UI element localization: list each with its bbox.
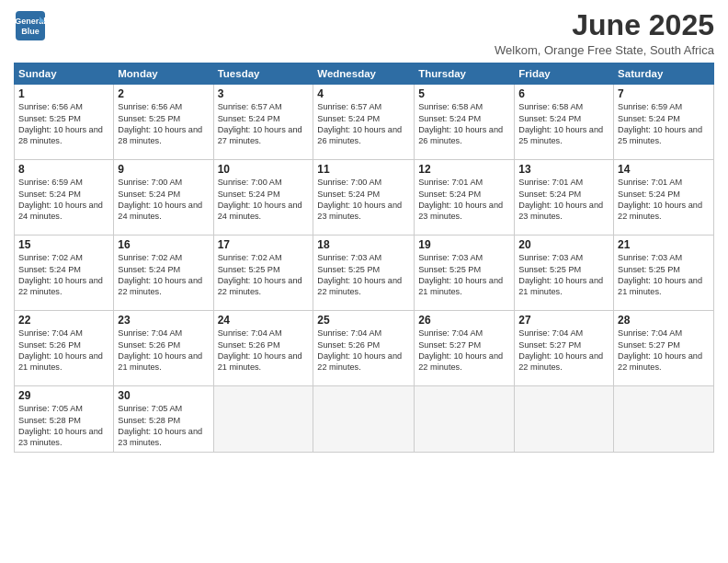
day-number: 29 (18, 389, 109, 402)
day-number: 11 (317, 163, 410, 176)
day-info: Sunrise: 7:04 AM Sunset: 5:27 PM Dayligh… (418, 327, 510, 373)
day-info: Sunrise: 6:59 AM Sunset: 5:24 PM Dayligh… (618, 101, 710, 147)
day-info: Sunrise: 6:58 AM Sunset: 5:24 PM Dayligh… (518, 101, 609, 147)
day-info: Sunrise: 7:04 AM Sunset: 5:26 PM Dayligh… (118, 327, 209, 373)
day-info: Sunrise: 7:04 AM Sunset: 5:26 PM Dayligh… (218, 327, 310, 373)
day-info: Sunrise: 7:03 AM Sunset: 5:25 PM Dayligh… (618, 252, 710, 298)
table-row (213, 386, 313, 453)
table-row: 1Sunrise: 6:56 AM Sunset: 5:25 PM Daylig… (15, 85, 114, 160)
table-row: 2Sunrise: 6:56 AM Sunset: 5:25 PM Daylig… (114, 85, 213, 160)
day-info: Sunrise: 7:01 AM Sunset: 5:24 PM Dayligh… (618, 177, 710, 223)
day-info: Sunrise: 7:00 AM Sunset: 5:24 PM Dayligh… (218, 177, 310, 223)
col-sunday: Sunday (15, 63, 114, 85)
day-number: 4 (317, 87, 410, 100)
day-number: 19 (418, 238, 510, 251)
day-number: 7 (618, 87, 710, 100)
col-saturday: Saturday (614, 63, 714, 85)
col-friday: Friday (515, 63, 614, 85)
day-number: 13 (518, 163, 609, 176)
day-info: Sunrise: 7:01 AM Sunset: 5:24 PM Dayligh… (418, 177, 510, 223)
day-info: Sunrise: 7:03 AM Sunset: 5:25 PM Dayligh… (317, 252, 410, 298)
day-number: 16 (118, 238, 209, 251)
table-row (515, 386, 614, 453)
day-number: 22 (18, 314, 109, 327)
table-row: 12Sunrise: 7:01 AM Sunset: 5:24 PM Dayli… (415, 160, 515, 236)
table-row: 11Sunrise: 7:00 AM Sunset: 5:24 PM Dayli… (313, 160, 415, 236)
day-number: 3 (218, 87, 310, 100)
title-block: June 2025 Welkom, Orange Free State, Sou… (495, 9, 714, 57)
table-row (313, 386, 415, 453)
day-info: Sunrise: 7:02 AM Sunset: 5:24 PM Dayligh… (18, 252, 109, 298)
day-number: 20 (518, 238, 609, 251)
table-row: 6Sunrise: 6:58 AM Sunset: 5:24 PM Daylig… (515, 85, 614, 160)
table-row: 27Sunrise: 7:04 AM Sunset: 5:27 PM Dayli… (515, 311, 614, 386)
day-number: 2 (118, 87, 209, 100)
day-number: 21 (618, 238, 710, 251)
day-info: Sunrise: 6:57 AM Sunset: 5:24 PM Dayligh… (218, 101, 310, 147)
table-row (415, 386, 515, 453)
table-row: 14Sunrise: 7:01 AM Sunset: 5:24 PM Dayli… (614, 160, 714, 236)
location-subtitle: Welkom, Orange Free State, South Africa (495, 43, 714, 57)
day-info: Sunrise: 6:56 AM Sunset: 5:25 PM Dayligh… (118, 101, 209, 147)
day-info: Sunrise: 7:03 AM Sunset: 5:25 PM Dayligh… (418, 252, 510, 298)
day-info: Sunrise: 7:00 AM Sunset: 5:24 PM Dayligh… (118, 177, 209, 223)
day-info: Sunrise: 7:04 AM Sunset: 5:27 PM Dayligh… (618, 327, 710, 373)
day-number: 17 (218, 238, 310, 251)
day-number: 25 (317, 314, 410, 327)
col-wednesday: Wednesday (313, 63, 415, 85)
header: General Blue June 2025 Welkom, Orange Fr… (14, 9, 714, 57)
calendar-week-row: 29Sunrise: 7:05 AM Sunset: 5:28 PM Dayli… (15, 386, 714, 453)
day-number: 12 (418, 163, 510, 176)
day-info: Sunrise: 6:57 AM Sunset: 5:24 PM Dayligh… (317, 101, 410, 147)
day-number: 24 (218, 314, 310, 327)
col-thursday: Thursday (415, 63, 515, 85)
day-info: Sunrise: 7:02 AM Sunset: 5:25 PM Dayligh… (218, 252, 310, 298)
day-number: 28 (618, 314, 710, 327)
col-monday: Monday (114, 63, 213, 85)
day-info: Sunrise: 7:04 AM Sunset: 5:27 PM Dayligh… (518, 327, 609, 373)
page-container: General Blue June 2025 Welkom, Orange Fr… (0, 0, 728, 460)
table-row: 4Sunrise: 6:57 AM Sunset: 5:24 PM Daylig… (313, 85, 415, 160)
day-number: 27 (518, 314, 609, 327)
day-number: 15 (18, 238, 109, 251)
day-info: Sunrise: 7:02 AM Sunset: 5:24 PM Dayligh… (118, 252, 209, 298)
day-info: Sunrise: 7:05 AM Sunset: 5:28 PM Dayligh… (118, 403, 209, 449)
table-row: 30Sunrise: 7:05 AM Sunset: 5:28 PM Dayli… (114, 386, 213, 453)
table-row: 10Sunrise: 7:00 AM Sunset: 5:24 PM Dayli… (213, 160, 313, 236)
day-info: Sunrise: 6:59 AM Sunset: 5:24 PM Dayligh… (18, 177, 109, 223)
table-row: 23Sunrise: 7:04 AM Sunset: 5:26 PM Dayli… (114, 311, 213, 386)
table-row: 28Sunrise: 7:04 AM Sunset: 5:27 PM Dayli… (614, 311, 714, 386)
calendar-header-row: Sunday Monday Tuesday Wednesday Thursday… (15, 63, 714, 85)
logo-icon: General Blue (14, 9, 47, 42)
day-info: Sunrise: 6:56 AM Sunset: 5:25 PM Dayligh… (18, 101, 109, 147)
table-row: 29Sunrise: 7:05 AM Sunset: 5:28 PM Dayli… (15, 386, 114, 453)
calendar-week-row: 22Sunrise: 7:04 AM Sunset: 5:26 PM Dayli… (15, 311, 714, 386)
day-number: 30 (118, 389, 209, 402)
table-row: 26Sunrise: 7:04 AM Sunset: 5:27 PM Dayli… (415, 311, 515, 386)
table-row: 3Sunrise: 6:57 AM Sunset: 5:24 PM Daylig… (213, 85, 313, 160)
day-info: Sunrise: 6:58 AM Sunset: 5:24 PM Dayligh… (418, 101, 510, 147)
table-row: 13Sunrise: 7:01 AM Sunset: 5:24 PM Dayli… (515, 160, 614, 236)
table-row (614, 386, 714, 453)
day-info: Sunrise: 7:00 AM Sunset: 5:24 PM Dayligh… (317, 177, 410, 223)
calendar-week-row: 15Sunrise: 7:02 AM Sunset: 5:24 PM Dayli… (15, 236, 714, 311)
table-row: 8Sunrise: 6:59 AM Sunset: 5:24 PM Daylig… (15, 160, 114, 236)
table-row: 15Sunrise: 7:02 AM Sunset: 5:24 PM Dayli… (15, 236, 114, 311)
table-row: 24Sunrise: 7:04 AM Sunset: 5:26 PM Dayli… (213, 311, 313, 386)
day-number: 5 (418, 87, 510, 100)
table-row: 21Sunrise: 7:03 AM Sunset: 5:25 PM Dayli… (614, 236, 714, 311)
day-number: 1 (18, 87, 109, 100)
table-row: 25Sunrise: 7:04 AM Sunset: 5:26 PM Dayli… (313, 311, 415, 386)
calendar-week-row: 1Sunrise: 6:56 AM Sunset: 5:25 PM Daylig… (15, 85, 714, 160)
day-number: 14 (618, 163, 710, 176)
day-number: 6 (518, 87, 609, 100)
table-row: 9Sunrise: 7:00 AM Sunset: 5:24 PM Daylig… (114, 160, 213, 236)
day-info: Sunrise: 7:04 AM Sunset: 5:26 PM Dayligh… (317, 327, 410, 373)
table-row: 20Sunrise: 7:03 AM Sunset: 5:25 PM Dayli… (515, 236, 614, 311)
day-number: 8 (18, 163, 109, 176)
day-info: Sunrise: 7:03 AM Sunset: 5:25 PM Dayligh… (518, 252, 609, 298)
calendar-week-row: 8Sunrise: 6:59 AM Sunset: 5:24 PM Daylig… (15, 160, 714, 236)
day-info: Sunrise: 7:05 AM Sunset: 5:28 PM Dayligh… (18, 403, 109, 449)
calendar-table: Sunday Monday Tuesday Wednesday Thursday… (14, 63, 714, 453)
table-row: 22Sunrise: 7:04 AM Sunset: 5:26 PM Dayli… (15, 311, 114, 386)
